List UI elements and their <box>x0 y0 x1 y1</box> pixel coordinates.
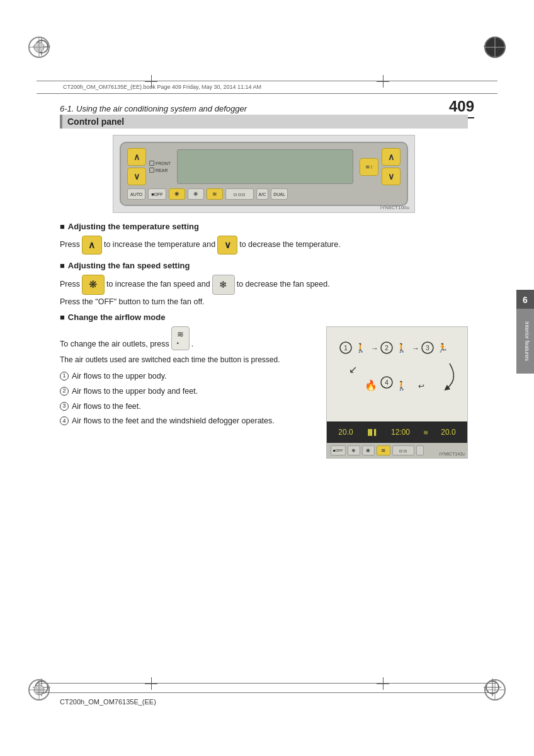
side-tab-text: Interior features <box>516 309 534 374</box>
diag-fan2-btn: ❋ <box>362 445 375 455</box>
deco-circle-tl <box>26 35 52 60</box>
svg-text:2: 2 <box>385 345 389 352</box>
airflow-list: 1 Air flows to the upper body. 2 Air flo… <box>60 370 317 427</box>
crosshair-bottom-r <box>377 677 389 690</box>
diagram-credit: IYN6CT142u <box>440 452 465 456</box>
temp-up-btn[interactable]: ∧ <box>127 148 146 166</box>
svg-text:🚶: 🚶 <box>396 381 407 391</box>
svg-text:🚶: 🚶 <box>396 343 407 353</box>
svg-text:→: → <box>412 344 419 353</box>
airflow-item-2: 2 Air flows to the upper body and feet. <box>60 386 317 398</box>
fan-decrease-icon: ❄ <box>212 275 235 295</box>
right-btn-col: ≋↑ <box>360 158 378 176</box>
airflow-item-3: 3 Air flows to the feet. <box>60 401 317 413</box>
circle-num-3: 3 <box>60 402 69 411</box>
top-rule-1 <box>37 81 497 81</box>
auto-btn[interactable]: AUTO <box>127 188 145 200</box>
temp-btn-col-left: ∧ ∨ <box>127 148 146 185</box>
svg-text:🔥: 🔥 <box>365 379 377 391</box>
page-footer: CT200h_OM_OM76135E_(EE) <box>60 698 156 706</box>
airflow-intro-text: To change the air outlets, press ≋• . <box>60 326 317 350</box>
svg-text:→: → <box>371 344 378 353</box>
fan-section-heading: ■ Adjusting the fan speed setting <box>60 261 468 270</box>
airflow-diagram: 1 🚶 → 2 🚶 → 3 🏃 ↙ <box>326 326 468 459</box>
right-btn-col2: ∧ ∨ <box>382 148 401 185</box>
crosshair-top-r <box>377 75 389 88</box>
fan-down-btn[interactable]: ❄ <box>188 188 204 200</box>
svg-text:3: 3 <box>426 345 429 352</box>
panel-credit: IYN6CT100u <box>380 205 409 210</box>
front-rear-labels: FRONT REAR <box>149 161 171 173</box>
page-number: 409 <box>449 98 474 115</box>
rear-label: REAR <box>149 168 171 173</box>
airflow-arrows-svg: 1 🚶 → 2 🚶 → 3 🏃 ↙ <box>333 332 459 414</box>
airflow-item-4: 4 Air flows to the feet and the windshie… <box>60 415 317 427</box>
svg-text:4: 4 <box>385 379 389 386</box>
airflow-item-1: 1 Air flows to the upper body. <box>60 370 317 382</box>
top-rule-2 <box>37 93 497 94</box>
crosshair-top-l <box>145 75 157 88</box>
control-panel-image: ∧ ∨ FRONT REAR <box>113 135 415 213</box>
side-tab-number: 6 <box>516 290 534 310</box>
airflow-note: The air outlets used are switched each t… <box>60 354 317 365</box>
ac-btn[interactable]: A/C <box>256 188 269 200</box>
svg-text:↙: ↙ <box>349 364 357 375</box>
main-content: Control panel ∧ ∨ FRONT <box>60 115 468 459</box>
svg-text:↩: ↩ <box>418 382 424 391</box>
circle-num-4: 4 <box>60 416 69 425</box>
crosshair-bottom-l <box>145 677 157 690</box>
diag-airflow-btn: ≋ <box>377 445 390 455</box>
panel-bottom-row: AUTO ■OFF ❋ ❄ ≋ ⊡ ⊡ ⊡ A/C DUAL <box>127 188 401 200</box>
airflow-layout: To change the air outlets, press ≋• . Th… <box>60 326 468 459</box>
airflow-text-col: To change the air outlets, press ≋• . Th… <box>60 326 317 430</box>
airflow-mode-btn[interactable]: ≋ <box>207 188 223 200</box>
fan-para1: Press ❋ to increase the fan speed and ❄ … <box>60 275 468 295</box>
diagram-display: 20.0 ▐▌▌ 12:00 ≋ 20.0 <box>327 421 467 443</box>
fan-up-btn[interactable]: ❋ <box>169 188 185 200</box>
fan-para3: Press the "OFF" button to turn the fan o… <box>60 297 468 306</box>
diagram-top: 1 🚶 → 2 🚶 → 3 🏃 ↙ <box>327 327 467 421</box>
temp-decrease-icon: ∨ <box>217 236 237 255</box>
off-btn[interactable]: ■OFF <box>148 188 166 200</box>
temp-section-heading: ■ Adjusting the temperature setting <box>60 222 468 231</box>
right-btn-top[interactable]: ≋↑ <box>360 158 378 176</box>
bottom-rule-2 <box>37 692 497 693</box>
section-header: Control panel <box>60 115 468 129</box>
deco-circle-tr <box>482 35 508 60</box>
temp-down-btn[interactable]: ∨ <box>127 168 146 185</box>
file-info: CT200h_OM_OM76135E_(EE).book Page 409 Fr… <box>63 84 471 90</box>
diag-multi-btn: ⊡ ⊡ <box>392 445 414 455</box>
circle-num-1: 1 <box>60 372 69 381</box>
section-title: 6-1. Using the air conditioning system a… <box>60 104 247 113</box>
panel-top-row: ∧ ∨ FRONT REAR <box>127 148 401 185</box>
display-screen <box>177 149 353 184</box>
temp-increase-icon: ∧ <box>82 236 102 255</box>
svg-text:1: 1 <box>344 345 348 352</box>
bottom-rule-1 <box>37 683 497 684</box>
fan-increase-icon: ❋ <box>82 275 105 295</box>
dual-btn[interactable]: DUAL <box>271 188 288 200</box>
multi-btn[interactable]: ⊡ ⊡ ⊡ <box>225 188 254 200</box>
diag-fan-btn: ❄ <box>348 445 360 455</box>
airflow-btn-box: ≋• <box>171 326 190 350</box>
panel-body: ∧ ∨ FRONT REAR <box>120 142 408 206</box>
airflow-section-heading: ■ Change the airflow mode <box>60 312 468 322</box>
circle-num-2: 2 <box>60 387 69 396</box>
svg-text:🏃: 🏃 <box>437 343 448 353</box>
deco-circle-br <box>482 677 508 702</box>
diag-off-btn: ■OFF <box>331 445 346 455</box>
svg-text:🚶: 🚶 <box>355 343 366 353</box>
deco-circle-bl <box>26 677 52 702</box>
front-label: FRONT <box>149 161 171 166</box>
right-temp-up[interactable]: ∧ <box>382 148 401 166</box>
diag-extra-btn <box>416 445 424 455</box>
right-temp-down[interactable]: ∨ <box>382 168 401 185</box>
temp-para: Press ∧ to increase the temperature and … <box>60 236 468 255</box>
